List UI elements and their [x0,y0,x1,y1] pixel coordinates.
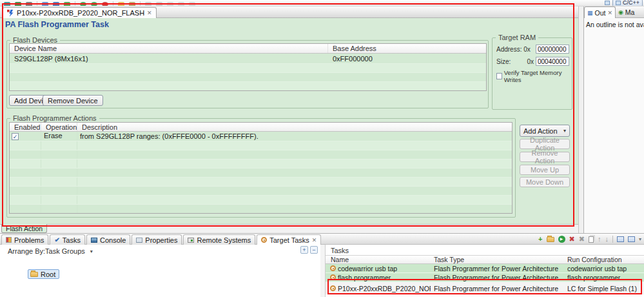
toolbar-icon[interactable] [102,2,108,6]
tab-tasks[interactable]: ✔ Tasks [50,234,85,245]
verify-checkbox[interactable] [496,73,502,79]
table-empty-row [10,177,512,186]
toolbar-icon[interactable] [167,2,173,6]
actions-body: ✓ Erase from S29GL128P ranges: (0xFFFE00… [10,132,512,213]
move-up-icon[interactable]: ↑ [598,236,601,243]
move-up-button[interactable]: Move Up [520,165,570,175]
address-input[interactable] [536,45,569,54]
task-row-codewarrior-usb-tap[interactable]: codewarrior usb tap Flash Programmer for… [326,264,644,273]
expand-all-button[interactable]: + [300,246,308,254]
task-type: Flash Programmer for Power Architecture [431,265,564,272]
tab-target-tasks-label: Target Tasks [269,236,309,244]
task-type: Flash Programmer for Power Architecture [431,274,564,282]
toolbar-icon[interactable] [156,2,162,6]
action-row-erase[interactable]: ✓ Erase from S29GL128P ranges: (0xFFFE00… [10,132,512,141]
move-down-icon[interactable]: ↓ [605,236,609,243]
actions-label: Flash Programmer Actions [10,114,99,122]
device-row[interactable]: S29GL128P (8Mx16x1) 0xFF000000 [10,54,486,63]
duplicate-action-button[interactable]: Duplicate Action [520,139,570,149]
open-perspective-icon[interactable] [605,1,610,5]
remove-device-button[interactable]: Remove Device [43,95,103,106]
table-empty-row [10,159,512,168]
toolbar-icon[interactable] [15,2,21,6]
column-enabled[interactable]: Enabled [10,123,41,131]
toolbar-icon[interactable] [189,2,195,6]
address-row: Address: 0x [496,45,569,54]
task-run-config: codewarrior usb tap [564,265,644,272]
toolbar-icon[interactable] [4,2,10,6]
table-empty-row [10,63,486,72]
execute-task-icon[interactable]: ▶ [558,236,565,243]
tasks-icon: ✔ [54,236,59,243]
codewarrior-window: C/C++ P10xx-P20xxRDB_P2020_NOR_FLASH ✕ P… [0,0,644,297]
outline-message: An outline is not available. [584,18,644,28]
size-input[interactable] [536,57,569,66]
column-operation[interactable]: Operation [41,123,77,131]
remove-all-icon[interactable]: ✖ [579,236,585,243]
add-action-button[interactable]: Add Action ▾ [520,125,570,137]
target-ram-label: Target RAM [496,34,538,41]
tab-remote-systems[interactable]: Remote Systems [183,234,255,245]
task-row-p10xx-selected[interactable]: P10xx-P20xxRDB_P2020_NOR_FLASH Flash Pro… [326,282,644,294]
toolbar-icon[interactable] [42,2,48,6]
tab-problems[interactable]: Problems [1,234,48,245]
task-icon [330,265,336,271]
pane-splitter[interactable] [320,245,326,297]
arrange-by-dropdown[interactable]: Arrange By:Task Groups ▾ [8,247,93,255]
toolbar-icon[interactable] [91,2,97,6]
arrange-by-label: Arrange By:Task Groups [8,247,85,255]
column-task-type[interactable]: Task Type [431,256,564,263]
tree-item-root[interactable]: Root [28,269,59,279]
address-label: Address: 0x [496,46,531,53]
column-base-address[interactable]: Base Address [328,44,486,53]
editor-tab-close-icon[interactable]: ✕ [147,10,152,16]
toolbar-icon[interactable] [80,2,86,6]
target-ram-group: Target RAM Address: 0x Size: 0x Verify T… [492,37,572,110]
toolbar-icon[interactable] [26,2,32,6]
import-task-folder-icon[interactable] [547,237,554,242]
column-device-name[interactable]: Device Name [10,44,328,53]
verify-row: Verify Target Memory Writes [496,69,569,83]
move-down-button[interactable]: Move Down [520,177,570,187]
delete-task-icon[interactable]: ✖ [569,236,575,243]
toolbar-icon[interactable] [129,2,135,6]
editor-scrollbar[interactable] [578,6,583,233]
flash-action-page-tab[interactable]: Flash Action [1,224,47,233]
size-label: Size: [496,58,511,65]
enabled-checkbox[interactable]: ✓ [12,133,19,140]
import-icon[interactable] [617,236,624,242]
column-run-configuration[interactable]: Run Configuration [564,256,644,263]
add-action-dropdown-icon[interactable]: ▾ [563,128,566,134]
root-label: Root [41,271,55,278]
toolbar-icon[interactable] [53,2,59,6]
collapse-all-button[interactable]: − [310,246,318,254]
tab-outline[interactable]: ▦ Out ✕ [584,6,616,18]
tab-make-targets[interactable]: ◉ Ma [616,6,637,18]
target-tasks-close-icon[interactable]: ✕ [312,237,317,243]
toolbar-icon[interactable] [118,2,124,6]
task-row-flash-programmer[interactable]: flash programmer Flash Programmer for Po… [326,273,644,282]
outline-tab-close-icon[interactable]: ✕ [607,10,612,16]
cpp-perspective-button[interactable]: C/C++ [612,0,643,6]
tab-target-tasks[interactable]: Target Tasks ✕ [257,234,321,245]
editor-tab-flash-task[interactable]: P10xx-P20xxRDB_P2020_NOR_FLASH ✕ [3,7,157,18]
column-name[interactable]: Name [326,256,431,263]
view-menu-icon[interactable]: ▾ [639,236,641,243]
toolbar-icon[interactable] [64,2,70,6]
column-description[interactable]: Description [77,123,512,131]
new-task-icon[interactable]: + [538,236,542,243]
cpp-perspective-icon [616,1,621,5]
flash-task-icon [7,10,14,17]
toolbar-separator [113,1,113,6]
table-empty-row [10,141,512,150]
toolbar-icon[interactable] [145,2,151,6]
tab-console[interactable]: Console [86,234,130,245]
tab-properties[interactable]: Properties [132,234,182,245]
task-run-config: flash programmer [564,274,644,282]
remove-action-button[interactable]: Remove Action [520,152,570,162]
toolbar-icon[interactable] [178,2,184,6]
tasks-section-label: Tasks [326,245,644,256]
table-empty-row [10,195,512,204]
export-icon[interactable] [628,236,635,242]
copy-icon[interactable] [589,236,594,243]
